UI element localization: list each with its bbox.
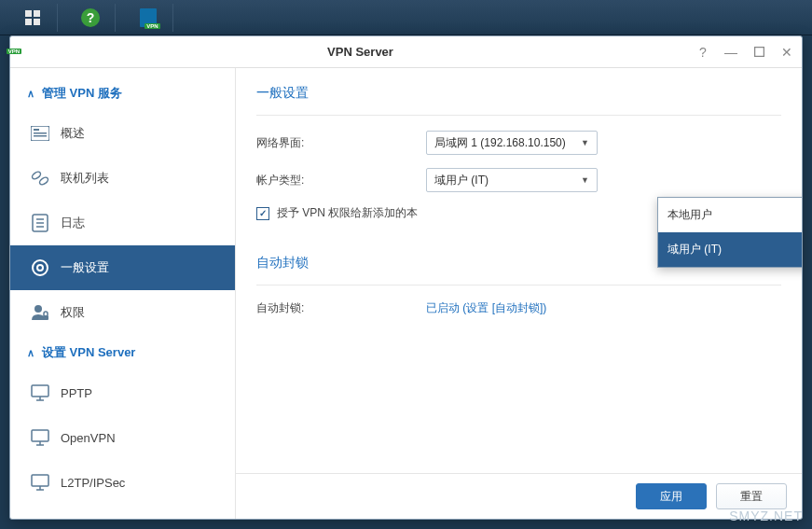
- interface-row: 网络界面: 局域网 1 (192.168.10.150) ▼: [256, 131, 781, 155]
- dropdown-value: 域用户 (IT): [434, 173, 489, 188]
- monitor-icon: [31, 428, 49, 447]
- logs-icon: [31, 214, 49, 232]
- account-type-popup: 本地用户 域用户 (IT): [657, 197, 802, 268]
- autoblock-row: 自动封锁: 已启动 (设置 [自动封锁]): [256, 300, 781, 316]
- option-local-users[interactable]: 本地用户: [658, 198, 802, 232]
- sidebar-item-connections[interactable]: 联机列表: [10, 156, 235, 201]
- nav-label: 日志: [61, 215, 85, 231]
- taskbar: ? VPN: [0, 0, 812, 35]
- sidebar-item-l2tp[interactable]: L2TP/IPSec: [10, 460, 235, 505]
- svg-point-17: [33, 260, 48, 275]
- option-domain-users[interactable]: 域用户 (IT): [658, 232, 802, 267]
- overview-icon: [31, 124, 49, 143]
- apply-button[interactable]: 应用: [636, 483, 707, 509]
- nav-label: 联机列表: [61, 170, 109, 187]
- svg-point-19: [34, 305, 42, 313]
- section-label: 设置 VPN Server: [42, 344, 135, 361]
- general-heading: 一般设置: [256, 85, 781, 102]
- titlebar: VPN VPN Server ? — ✕: [10, 36, 802, 68]
- account-type-row: 帐户类型: 域用户 (IT) ▼: [256, 168, 781, 192]
- svg-rect-24: [32, 430, 48, 441]
- svg-rect-1: [34, 10, 40, 17]
- divider: [256, 285, 781, 285]
- help-icon[interactable]: ?: [695, 45, 710, 60]
- sidebar-item-overview[interactable]: 概述: [10, 111, 235, 156]
- account-type-dropdown[interactable]: 域用户 (IT) ▼: [426, 168, 598, 192]
- svg-rect-6: [754, 48, 764, 57]
- content: 一般设置 网络界面: 局域网 1 (192.168.10.150) ▼ 帐户类型…: [236, 68, 802, 519]
- sidebar-item-permissions[interactable]: 权限: [10, 290, 235, 335]
- svg-rect-0: [25, 10, 32, 17]
- user-lock-icon: [31, 303, 49, 322]
- svg-rect-3: [34, 19, 40, 25]
- svg-rect-8: [34, 129, 39, 131]
- dropdown-value: 局域网 1 (192.168.10.150): [434, 135, 566, 151]
- divider: [256, 115, 781, 116]
- window-title: VPN Server: [25, 45, 695, 59]
- chevron-down-icon: ▼: [581, 175, 589, 185]
- sidebar-item-pptp[interactable]: PPTP: [10, 370, 235, 415]
- checkbox-checked-icon[interactable]: ✓: [256, 207, 269, 220]
- autoblock-status: 已启动: [426, 301, 460, 314]
- interface-label: 网络界面:: [256, 135, 426, 151]
- grant-label: 授予 VPN 权限给新添加的本: [277, 205, 418, 221]
- footer: 应用 重置: [236, 473, 802, 519]
- svg-rect-9: [34, 132, 47, 134]
- connections-icon: [31, 169, 49, 188]
- sidebar-item-openvpn[interactable]: OpenVPN: [10, 415, 235, 460]
- sidebar: ∧ 管理 VPN 服务 概述 联机列表 日志 一般设置 权限: [10, 68, 236, 519]
- vpn-server-window: VPN VPN Server ? — ✕ ∧ 管理 VPN 服务 概述 联机列表: [9, 35, 803, 520]
- monitor-icon: [31, 383, 49, 402]
- chevron-up-icon: ∧: [27, 347, 34, 359]
- vpn-server-task[interactable]: VPN: [123, 4, 173, 32]
- autoblock-label: 自动封锁:: [256, 300, 426, 316]
- autoblock-settings-link[interactable]: 设置 [自动封锁]: [466, 301, 543, 314]
- minimize-button[interactable]: —: [723, 45, 738, 60]
- nav-label: PPTP: [61, 386, 92, 400]
- section-setup-vpn[interactable]: ∧ 设置 VPN Server: [10, 335, 235, 370]
- sidebar-item-general[interactable]: 一般设置: [10, 245, 235, 290]
- close-button[interactable]: ✕: [779, 45, 794, 60]
- svg-rect-20: [43, 315, 48, 320]
- svg-rect-2: [25, 19, 32, 25]
- dashboard-button[interactable]: [7, 4, 58, 32]
- nav-label: 概述: [61, 125, 85, 142]
- watermark: SMYZ.NET: [729, 508, 803, 523]
- nav-label: L2TP/IPSec: [61, 476, 125, 490]
- monitor-icon: [31, 473, 49, 492]
- section-label: 管理 VPN 服务: [42, 85, 122, 102]
- svg-text:?: ?: [86, 10, 94, 25]
- svg-point-12: [38, 176, 49, 187]
- sidebar-item-logs[interactable]: 日志: [10, 201, 235, 245]
- svg-rect-21: [32, 385, 48, 397]
- svg-point-18: [37, 265, 43, 271]
- section-manage-vpn[interactable]: ∧ 管理 VPN 服务: [10, 76, 235, 111]
- interface-dropdown[interactable]: 局域网 1 (192.168.10.150) ▼: [426, 131, 598, 155]
- reset-button[interactable]: 重置: [716, 483, 787, 509]
- svg-point-11: [31, 171, 42, 181]
- svg-rect-10: [34, 135, 47, 137]
- help-button[interactable]: ?: [65, 4, 116, 32]
- account-type-label: 帐户类型:: [256, 173, 426, 188]
- gear-icon: [31, 258, 49, 277]
- svg-rect-27: [32, 475, 48, 486]
- chevron-up-icon: ∧: [27, 88, 34, 100]
- nav-label: 权限: [61, 304, 85, 321]
- nav-label: 一般设置: [61, 259, 109, 276]
- maximize-button[interactable]: [751, 45, 766, 60]
- chevron-down-icon: ▼: [581, 138, 589, 147]
- nav-label: OpenVPN: [61, 431, 116, 445]
